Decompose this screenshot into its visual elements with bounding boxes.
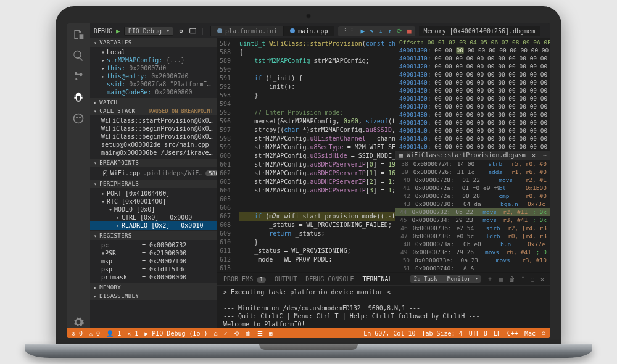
step-over-button[interactable]: ↷ bbox=[370, 27, 374, 35]
status-item[interactable]: 👤 1 bbox=[106, 330, 121, 337]
local-header[interactable]: ▾Local bbox=[90, 48, 217, 56]
register-row[interactable]: primask = 0x00000000 bbox=[90, 273, 217, 281]
peripheral-row[interactable]: ▾RTC [0x40001400] bbox=[90, 197, 217, 205]
variables-header[interactable]: ▾VARIABLES bbox=[90, 38, 217, 47]
tab-problems[interactable]: PROBLEMS 1 bbox=[223, 276, 266, 283]
status-item[interactable]: ⌂ bbox=[214, 330, 218, 337]
memory-row: 400014c0: 00 00 00 00 00 00 00 00 00 00 … bbox=[395, 143, 550, 151]
peripheral-row[interactable]: ▾MODE0 [0x0] bbox=[90, 205, 217, 213]
memory-row: 40001480: 00 00 00 00 00 00 00 00 00 00 … bbox=[395, 110, 550, 118]
svg-point-1 bbox=[76, 117, 78, 118]
status-item[interactable]: ⟲ bbox=[234, 330, 239, 337]
status-item[interactable]: Ln 607, Col 10 bbox=[363, 330, 415, 337]
asm-row: 460x00000736:e2 54strbr2, [r4, r3 bbox=[395, 224, 550, 232]
register-row[interactable]: xPSR = 0x21000000 bbox=[90, 249, 217, 257]
variable-row[interactable]: ▸this@entry: 0x200007d0 bbox=[90, 72, 217, 80]
register-row[interactable]: psp = 0xfdff5fdc bbox=[90, 265, 217, 273]
peripheral-row[interactable]: ▸READREQ [0x2] = 0x0010 bbox=[90, 221, 217, 230]
variable-row[interactable]: ▸this: 0x200007d0 bbox=[90, 64, 217, 72]
callstack-row[interactable]: WiFiClass::beginProvision@0x000000… bbox=[90, 125, 217, 133]
variable-row[interactable]: main@CodeBe: 0x20000800 bbox=[90, 88, 217, 96]
variable-row[interactable]: ssid: 0x20007fa8 "PlatformIO-31…" bbox=[90, 80, 217, 88]
step-into-button[interactable]: ↓ bbox=[379, 27, 383, 35]
scm-icon[interactable] bbox=[72, 70, 85, 83]
breakpoint-row[interactable]: ✓ WiFi.cpp .piolibdeps/WiF… 588 bbox=[90, 168, 217, 178]
memory-view[interactable]: Offset: 00 01 02 03 04 05 06 07 08 09 0A… bbox=[395, 38, 550, 151]
callstack-row[interactable]: WiFiClass::beginProvision@0x000000… bbox=[90, 133, 217, 141]
register-row[interactable]: pc = 0x00000732 bbox=[90, 241, 217, 249]
settings-icon[interactable] bbox=[72, 316, 85, 328]
tab-output[interactable]: OUTPUT bbox=[275, 276, 297, 283]
status-item[interactable]: UTF-8 bbox=[469, 330, 487, 337]
status-item[interactable]: ✕ 1 bbox=[127, 330, 138, 337]
memory-row: 40001490: 00 00 00 00 00 00 00 00 00 00 … bbox=[395, 118, 550, 126]
callstack-header[interactable]: ▾CALL STACKPAUSED ON BREAKPOINT bbox=[90, 107, 217, 115]
watch-header[interactable]: ▸WATCH bbox=[90, 98, 217, 107]
tab-main-cpp[interactable]: main.cpp bbox=[284, 26, 334, 36]
terminal-dropdown[interactable]: 2: Task - Monitor bbox=[410, 275, 481, 283]
files-icon[interactable] bbox=[72, 28, 85, 41]
asm-row: 480x0000073a:0b e0b.n0x77e bbox=[395, 240, 550, 248]
config-dropdown[interactable]: PIO Debug bbox=[124, 27, 173, 36]
memory-tab[interactable]: Memory [0x40001400+256].dbgmem bbox=[419, 26, 540, 36]
terminal-close-icon[interactable]: ✕ bbox=[540, 276, 544, 283]
status-item[interactable]: Tab Size: 4 bbox=[421, 330, 462, 337]
register-row[interactable]: msp = 0x20007f00 bbox=[90, 257, 217, 265]
terminal-add-icon[interactable]: ＋ bbox=[487, 275, 493, 283]
asm-row: 420x0000072e:00 28cmpr0, #0 bbox=[395, 192, 550, 200]
tab-debug-console[interactable]: DEBUG CONSOLE bbox=[305, 276, 354, 283]
continue-button[interactable]: ▶ bbox=[360, 27, 365, 35]
registers-header[interactable]: ▾REGISTERS bbox=[90, 231, 217, 240]
tab-platformio-ini[interactable]: platformio.ini bbox=[211, 26, 284, 36]
search-icon[interactable] bbox=[72, 49, 85, 62]
asm-row: 380x00000724:14 00strbr5, r0, #0 bbox=[395, 160, 550, 168]
disassembly-header[interactable]: ▸DISASSEMBLY bbox=[90, 292, 217, 300]
pio-icon[interactable] bbox=[72, 112, 85, 125]
asm-row: 450x00000734:29 23movsr3, #41; 0x bbox=[395, 216, 550, 224]
status-item[interactable]: ☰ bbox=[257, 330, 263, 337]
terminal-max-icon[interactable]: ▢ bbox=[531, 276, 534, 283]
peripherals-header[interactable]: ▾PERIPHERALS bbox=[90, 180, 217, 188]
status-item[interactable]: LF bbox=[494, 330, 501, 337]
status-item[interactable]: C++ bbox=[507, 330, 518, 337]
code-editor[interactable]: 5875885895905915925935945955965975985996… bbox=[217, 38, 395, 272]
start-debug-button[interactable]: ▶ bbox=[116, 27, 120, 35]
console-icon[interactable] bbox=[189, 27, 197, 35]
checkbox[interactable]: ✓ bbox=[103, 170, 107, 176]
terminal-up-icon[interactable]: ˄ bbox=[521, 276, 524, 283]
status-item[interactable]: ⊞ bbox=[269, 330, 273, 337]
status-bar: ⊘ 0⚠ 0👤 1✕ 1▶ PIO Debug (IoT)⌂✓⟲🗑☰⊞ Ln 6… bbox=[67, 328, 550, 338]
status-item[interactable]: ▶ PIO Debug (IoT) bbox=[144, 330, 207, 337]
asm-tab[interactable]: ▦WiFiClass::startProvision.dbgasm✕ ⋯ bbox=[395, 151, 550, 160]
callstack-row[interactable]: setup@0x000002de src/main.cpp bbox=[90, 141, 217, 149]
status-item[interactable]: 🗑 bbox=[245, 330, 251, 337]
memory-row: 40001450: 00 00 00 00 00 00 00 00 00 00 … bbox=[395, 86, 550, 94]
breakpoints-header[interactable]: ▾BREAKPOINTS bbox=[90, 159, 217, 167]
status-item[interactable]: ✓ bbox=[224, 330, 228, 337]
debug-icon[interactable] bbox=[72, 91, 85, 104]
top-bar: DEBUG ▶ PIO Debug | platformio.ini main.… bbox=[90, 23, 550, 38]
memory-row: 40001420: 00 00 00 00 00 00 00 00 00 00 … bbox=[395, 62, 550, 70]
callstack-row[interactable]: main@0x000006be /Users/ikravets… bbox=[90, 149, 217, 157]
drag-handle-icon[interactable]: ⋮⋮ bbox=[342, 27, 355, 35]
status-item[interactable]: ⊘ 0 bbox=[72, 330, 83, 337]
callstack-row[interactable]: WiFiClass::startProvision@0x000007… bbox=[90, 117, 217, 125]
svg-point-0 bbox=[74, 114, 83, 123]
terminal-trash-icon[interactable]: 🗑 bbox=[509, 276, 515, 283]
gear-icon[interactable] bbox=[177, 27, 185, 35]
peripheral-row[interactable]: ▸CTRL [0x0] = 0x0000 bbox=[90, 213, 217, 221]
peripheral-row[interactable]: ▸PORT [0x41004400] bbox=[90, 189, 217, 197]
terminal-split-icon[interactable]: ▥ bbox=[499, 276, 503, 283]
tab-terminal[interactable]: TERMINAL bbox=[362, 276, 392, 283]
step-out-button[interactable]: ↑ bbox=[387, 27, 392, 35]
svg-point-2 bbox=[79, 117, 81, 118]
memory-header[interactable]: ▸MEMORY bbox=[90, 283, 217, 292]
status-item[interactable]: ⚠ 0 bbox=[89, 330, 100, 337]
status-item[interactable]: Mac bbox=[524, 330, 536, 337]
variable-row[interactable]: ▸strM2MAPConfig: {...} bbox=[90, 56, 217, 64]
stop-button[interactable]: ■ bbox=[407, 27, 412, 35]
status-item[interactable]: ☺ bbox=[542, 330, 545, 337]
debug-side-panel: ▾VARIABLES ▾Local ▸strM2MAPConfig: {...}… bbox=[90, 38, 217, 328]
restart-button[interactable]: ⟳ bbox=[397, 27, 402, 35]
disassembly-view[interactable]: 380x00000724:14 00strbr5, r0, #0390x0000… bbox=[395, 160, 550, 272]
